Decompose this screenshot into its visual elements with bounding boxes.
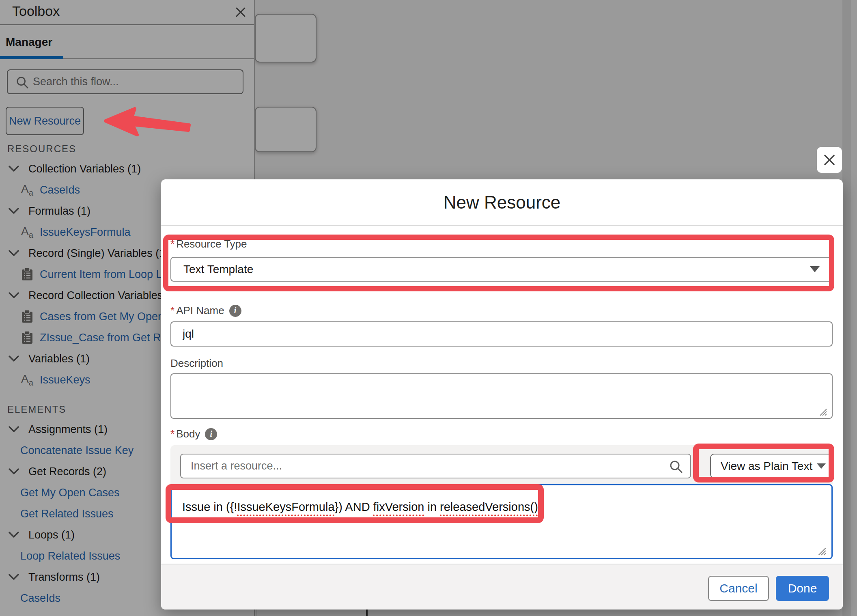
search-icon: [669, 460, 683, 474]
info-icon[interactable]: i: [205, 428, 217, 440]
modal-title: New Resource: [161, 192, 843, 213]
body-editor-toolbar: View as Plain Text: [170, 445, 833, 484]
api-name-label-row: API Name i: [170, 304, 241, 317]
insert-resource-input[interactable]: [191, 454, 657, 478]
resource-type-label-row: Resource Type: [170, 238, 247, 250]
misspelled-text: releasedVersions(): [440, 500, 538, 513]
resource-type-value: Text Template: [183, 263, 253, 276]
misspelled-text: fixVersion: [373, 500, 424, 513]
view-mode-value: View as Plain Text: [721, 460, 812, 473]
description-label-row: Description: [170, 357, 223, 370]
insert-resource-box: [180, 454, 691, 478]
modal-header: New Resource: [161, 179, 843, 226]
description-textarea[interactable]: [170, 373, 833, 419]
description-label: Description: [170, 357, 223, 370]
text-cursor: [538, 499, 539, 514]
api-name-input[interactable]: [170, 321, 833, 347]
cancel-button[interactable]: Cancel: [708, 576, 769, 601]
chevron-down-icon: [817, 463, 826, 469]
body-text: }) AND: [335, 500, 373, 513]
info-icon[interactable]: i: [229, 305, 241, 317]
modal-close-button[interactable]: [817, 147, 842, 173]
resource-type-label: Resource Type: [170, 238, 247, 250]
chevron-down-icon: [810, 266, 820, 272]
modal-footer: Cancel Done: [161, 564, 843, 610]
done-button[interactable]: Done: [776, 576, 829, 601]
misspelled-text: IssueKeysFormula: [237, 500, 334, 513]
close-icon: [821, 152, 838, 168]
body-text-editor[interactable]: Issue in ({!IssueKeysFormula}) AND fixVe…: [170, 484, 833, 559]
body-text: Issue in ({!: [182, 500, 237, 513]
view-mode-dropdown[interactable]: View as Plain Text: [710, 454, 834, 478]
body-label-row: Body i: [170, 428, 217, 440]
body-label: Body: [170, 428, 200, 440]
api-name-label: API Name: [170, 304, 224, 317]
body-text: in: [424, 500, 440, 513]
new-resource-modal: New Resource Resource Type Text Template…: [161, 179, 843, 610]
flow-builder-screen: Toolbox Manager New Resource RESOURCESCo…: [0, 0, 857, 616]
resource-type-combobox[interactable]: Text Template: [170, 257, 833, 282]
